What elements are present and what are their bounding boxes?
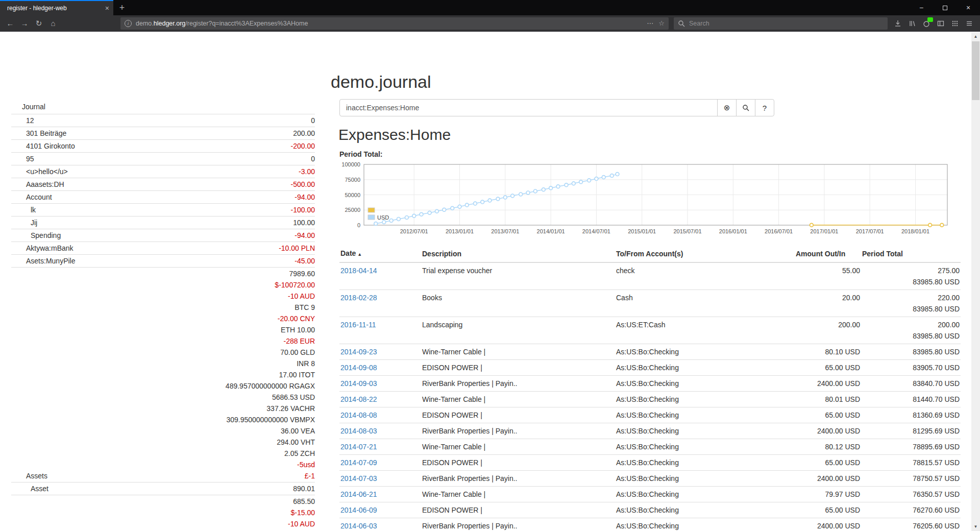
- window-close-button[interactable]: ×: [957, 0, 980, 15]
- sidebar-rows: 120301 Beiträge200.004101 Girokonto-200.…: [11, 114, 315, 531]
- library-button[interactable]: [906, 17, 918, 30]
- svg-text:2012/07/01: 2012/07/01: [400, 228, 428, 234]
- col-date[interactable]: Date▲: [339, 246, 421, 262]
- register-row: 2016-11-11LandscapingAs:US:ET:Cash200.00…: [339, 317, 961, 344]
- register-date-link[interactable]: 2014-09-08: [340, 364, 377, 372]
- sidebar-account-link[interactable]: Jij: [11, 217, 37, 228]
- register-date-link[interactable]: 2014-07-21: [340, 443, 377, 451]
- query-search-button[interactable]: [736, 99, 755, 116]
- register-date-link[interactable]: 2014-09-23: [340, 348, 377, 356]
- window-minimize-button[interactable]: −: [910, 0, 933, 15]
- hamburger-icon: [965, 19, 973, 28]
- search-icon: [678, 20, 685, 27]
- page-actions-icon[interactable]: ⋯: [647, 19, 653, 27]
- url-subdomain: demo.: [136, 20, 154, 27]
- tab-title: register - hledger-web: [7, 5, 101, 12]
- back-button[interactable]: ←: [3, 17, 17, 30]
- register-date-link[interactable]: 2014-09-03: [340, 379, 377, 388]
- extension-button[interactable]: [920, 17, 933, 30]
- svg-text:2018/01/01: 2018/01/01: [901, 228, 929, 234]
- query-input[interactable]: [339, 99, 718, 116]
- register-row: 2014-08-08EDISON POWER |As:US:Bo:Checkin…: [339, 407, 961, 423]
- page-scrollbar[interactable]: ▲ ▼: [971, 32, 980, 531]
- register-date-link[interactable]: 2014-06-03: [340, 522, 377, 530]
- register-date-link[interactable]: 2014-07-03: [340, 474, 377, 482]
- sidebar-account-link[interactable]: Assets: [11, 470, 47, 481]
- sidebar-account-link[interactable]: <u>hello</u>: [11, 166, 68, 177]
- sidebar-account-link[interactable]: 95: [11, 153, 34, 164]
- sidebar-account-link[interactable]: 12: [11, 115, 34, 126]
- sidebar-journal-link[interactable]: Journal: [11, 101, 315, 114]
- sidebar-account-balance: -100.00: [291, 204, 315, 215]
- register-date-link[interactable]: 2014-07-09: [340, 458, 377, 467]
- scrollbar-thumb[interactable]: [972, 41, 979, 100]
- sidebar-account-link[interactable]: Aktywa:mBank: [11, 243, 74, 254]
- scroll-down-icon[interactable]: ▼: [971, 522, 980, 531]
- svg-text:2017/01/01: 2017/01/01: [810, 228, 838, 234]
- apps-grid-button[interactable]: [949, 17, 961, 30]
- sidebar-icon: [937, 19, 945, 28]
- reload-button[interactable]: ↻: [32, 17, 46, 30]
- register-date-link[interactable]: 2016-11-11: [340, 321, 376, 329]
- sidebar-account-link[interactable]: lk: [11, 204, 36, 215]
- register-date-link[interactable]: 2014-08-08: [340, 411, 377, 419]
- sidebar-account-balance: -500.00: [291, 179, 315, 190]
- sidebar-row: Spending-94.00: [11, 229, 315, 242]
- col-account[interactable]: To/From Account(s): [615, 246, 795, 262]
- browser-search-bar[interactable]: Search: [674, 17, 888, 30]
- query-clear-button[interactable]: ⊗: [717, 99, 737, 116]
- register-date-link[interactable]: 2014-08-03: [340, 427, 377, 435]
- new-tab-button[interactable]: +: [113, 0, 131, 15]
- sidebar-row: Aaasets:DH-500.00: [11, 178, 315, 190]
- menu-button[interactable]: [963, 17, 975, 30]
- register-date-link[interactable]: 2014-06-09: [340, 506, 377, 514]
- home-button[interactable]: ⌂: [46, 17, 60, 30]
- svg-text:75000: 75000: [345, 177, 360, 183]
- register-date-link[interactable]: 2018-02-28: [340, 294, 377, 302]
- scroll-up-icon[interactable]: ▲: [971, 32, 980, 41]
- bookmark-star-icon[interactable]: ☆: [658, 19, 665, 27]
- window-maximize-button[interactable]: [933, 0, 957, 15]
- sidebar-row: 4101 Girokonto-200.00: [11, 139, 315, 152]
- register-date-link[interactable]: 2014-08-22: [340, 395, 377, 403]
- sidebar-toggle-button[interactable]: [935, 17, 947, 30]
- sidebar-account-link[interactable]: 4101 Girokonto: [11, 140, 75, 152]
- register-row: 2014-07-21Wine-Tarner Cable |As:US:Bo:Ch…: [339, 439, 961, 455]
- svg-text:2016/01/01: 2016/01/01: [719, 228, 747, 234]
- col-description[interactable]: Description: [421, 246, 615, 262]
- register-date-link[interactable]: 2014-06-21: [340, 490, 377, 498]
- grid-icon: [951, 19, 959, 28]
- period-chart[interactable]: 2012/07/012013/01/012013/07/012014/01/01…: [339, 160, 952, 236]
- sort-asc-icon: ▲: [357, 252, 362, 257]
- sidebar-account-balance: -10.00 PLN: [279, 243, 315, 254]
- sidebar-account-balance: 0: [311, 115, 315, 126]
- url-path: /register?q=inacct%3AExpenses%3AHome: [185, 20, 308, 27]
- svg-text:USD: USD: [377, 214, 389, 221]
- browser-tab[interactable]: register - hledger-web ×: [0, 0, 113, 15]
- svg-text:2014/07/01: 2014/07/01: [582, 228, 610, 234]
- site-info-icon[interactable]: i: [125, 20, 132, 27]
- sidebar-row: Asset890.01: [11, 482, 315, 495]
- extension-badge: [927, 17, 933, 22]
- query-help-button[interactable]: ?: [755, 99, 774, 116]
- sidebar-account-link[interactable]: Aaasets:DH: [11, 179, 64, 190]
- period-total-label: Period Total:: [339, 150, 383, 158]
- register-date-link[interactable]: 2018-04-14: [340, 267, 377, 275]
- sidebar: Journal 120301 Beiträge200.004101 Giroko…: [11, 101, 315, 531]
- downloads-button[interactable]: [892, 17, 904, 30]
- forward-button[interactable]: →: [17, 17, 32, 30]
- sidebar-account-balance: -94.00: [295, 191, 315, 203]
- sidebar-account-link[interactable]: Account: [11, 191, 52, 203]
- sidebar-account-balance: 890.01: [293, 483, 315, 494]
- sidebar-account-link[interactable]: Asets:MunyPile: [11, 255, 75, 267]
- sidebar-account-link[interactable]: Asset: [11, 483, 48, 494]
- register-row: 2014-06-09EDISON POWER |As:US:Bo:Checkin…: [339, 502, 961, 518]
- url-bar[interactable]: i demo.hledger.org/register?q=inacct%3AE…: [120, 17, 669, 30]
- col-period-total[interactable]: Period Total: [861, 246, 961, 262]
- sidebar-account-link[interactable]: 301 Beiträge: [11, 128, 66, 139]
- col-amount[interactable]: Amount Out/In: [795, 246, 861, 262]
- tab-close-icon[interactable]: ×: [105, 4, 109, 12]
- sidebar-account-balance: 7989.60$-100720.00-10 AUDBTC 9-20.00 CNY…: [226, 268, 315, 481]
- sidebar-account-link[interactable]: Spending: [11, 230, 61, 241]
- sidebar-row: <u>hello</u>-3.00: [11, 165, 315, 178]
